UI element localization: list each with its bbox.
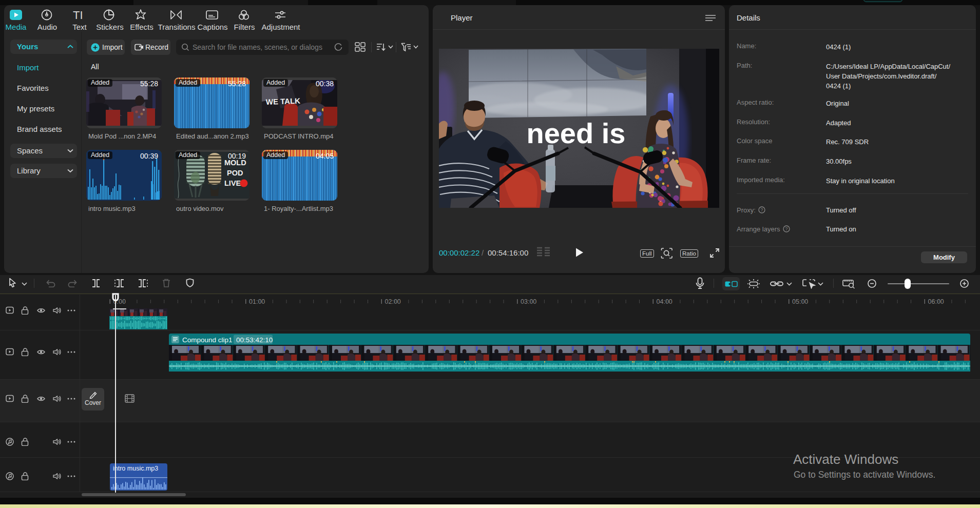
svg-text:02:00: 02:00 <box>385 298 401 305</box>
svg-text:?: ? <box>785 226 787 231</box>
svg-text:00:53:42:10: 00:53:42:10 <box>236 336 273 344</box>
svg-text:WE TALK: WE TALK <box>266 96 301 106</box>
svg-text:POD: POD <box>227 169 243 177</box>
svg-text:06:00: 06:00 <box>928 298 944 305</box>
svg-text:LIVE: LIVE <box>224 179 241 187</box>
svg-text:03:00: 03:00 <box>521 298 536 305</box>
svg-text:04:00: 04:00 <box>657 298 672 305</box>
svg-text:intro music.mp3: intro music.mp3 <box>113 465 158 472</box>
svg-text:01:00: 01:00 <box>249 298 265 305</box>
svg-text:05:00: 05:00 <box>792 298 808 305</box>
svg-text:Compound clip1: Compound clip1 <box>182 336 233 344</box>
svg-text:need is: need is <box>527 117 626 149</box>
svg-text:?: ? <box>760 207 763 212</box>
svg-text:TI: TI <box>73 9 83 21</box>
